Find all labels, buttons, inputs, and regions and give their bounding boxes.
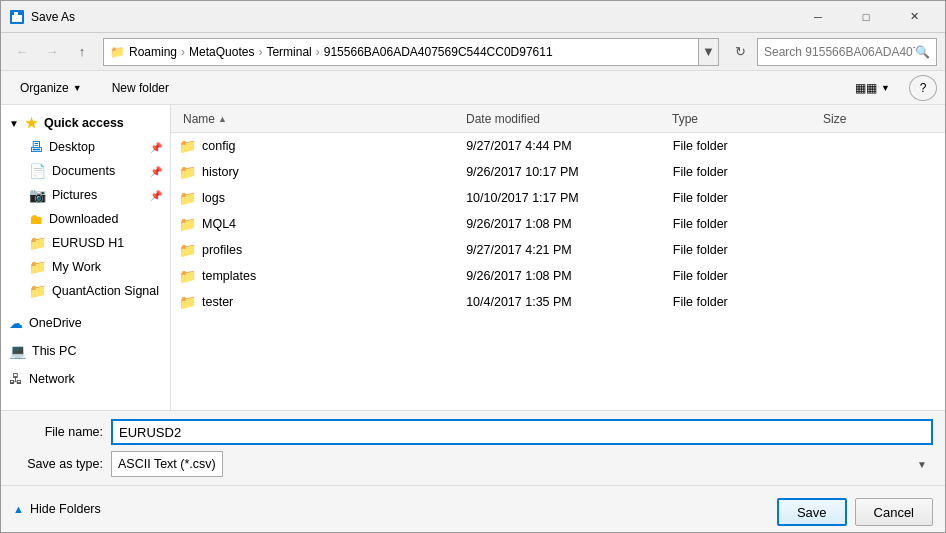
action-buttons: Save Cancel xyxy=(777,498,933,526)
table-row[interactable]: 📁 config 9/27/2017 4:44 PM File folder xyxy=(171,133,945,159)
quick-access-chevron-icon: ▼ xyxy=(9,118,19,129)
filename-input[interactable] xyxy=(111,419,933,445)
sidebar-item-eurusd[interactable]: 📁 EURUSD H1 xyxy=(1,231,170,255)
dialog-title: Save As xyxy=(31,10,795,24)
refresh-button[interactable]: ↻ xyxy=(727,39,753,65)
quantaction-label: QuantAction Signal xyxy=(52,284,159,298)
address-toolbar: ← → ↑ 📁 Roaming › MetaQuotes › Terminal … xyxy=(1,33,945,71)
address-dropdown-btn[interactable]: ▼ xyxy=(698,39,718,65)
desktop-label: Desktop xyxy=(49,140,95,154)
view-button[interactable]: ▦▦ ▼ xyxy=(844,75,901,101)
saveastype-label: Save as type: xyxy=(13,457,103,471)
downloaded-folder-icon: 🖿 xyxy=(29,211,43,227)
search-icon[interactable]: 🔍 xyxy=(915,45,930,59)
breadcrumb-roaming: Roaming xyxy=(129,45,177,59)
col-header-date[interactable]: Date modified xyxy=(462,108,668,130)
filename-label: File name: xyxy=(13,425,103,439)
forward-button[interactable]: → xyxy=(39,39,65,65)
table-row[interactable]: 📁 history 9/26/2017 10:17 PM File folder xyxy=(171,159,945,185)
sidebar-item-onedrive[interactable]: ☁ OneDrive xyxy=(1,311,170,335)
file-type-cell: File folder xyxy=(673,269,822,283)
back-button[interactable]: ← xyxy=(9,39,35,65)
up-button[interactable]: ↑ xyxy=(69,39,95,65)
quick-access-star-icon: ★ xyxy=(25,115,38,131)
view-chevron-icon: ▼ xyxy=(881,83,890,93)
file-type-cell: File folder xyxy=(673,295,822,309)
col-name-label: Name xyxy=(183,112,215,126)
file-date-cell: 9/27/2017 4:44 PM xyxy=(466,139,673,153)
documents-label: Documents xyxy=(52,164,115,178)
col-size-label: Size xyxy=(823,112,846,126)
close-button[interactable]: ✕ xyxy=(891,1,937,33)
sidebar-item-documents[interactable]: 📄 Documents 📌 xyxy=(1,159,170,183)
search-box[interactable]: 🔍 xyxy=(757,38,937,66)
file-date-cell: 9/26/2017 1:08 PM xyxy=(466,217,673,231)
help-button[interactable]: ? xyxy=(909,75,937,101)
organize-chevron-icon: ▼ xyxy=(73,83,82,93)
file-name: profiles xyxy=(202,243,242,257)
quick-access-header[interactable]: ▼ ★ Quick access xyxy=(1,109,170,135)
thispc-label: This PC xyxy=(32,344,76,358)
pictures-label: Pictures xyxy=(52,188,97,202)
col-header-size[interactable]: Size xyxy=(819,108,937,130)
cancel-button[interactable]: Cancel xyxy=(855,498,933,526)
file-type-cell: File folder xyxy=(673,243,822,257)
file-date-cell: 9/26/2017 10:17 PM xyxy=(466,165,673,179)
sidebar-item-network[interactable]: 🖧 Network xyxy=(1,367,170,391)
hide-folders-chevron-icon: ▲ xyxy=(13,503,24,515)
search-input[interactable] xyxy=(764,45,915,59)
save-button[interactable]: Save xyxy=(777,498,847,526)
sidebar-item-downloaded[interactable]: 🖿 Downloaded xyxy=(1,207,170,231)
table-row[interactable]: 📁 profiles 9/27/2017 4:21 PM File folder xyxy=(171,237,945,263)
col-header-type[interactable]: Type xyxy=(668,108,819,130)
minimize-button[interactable]: ─ xyxy=(795,1,841,33)
bottom-form: File name: Save as type: ASCII Text (*.c… xyxy=(1,410,945,485)
breadcrumb: 📁 Roaming › MetaQuotes › Terminal › 9155… xyxy=(104,45,698,59)
file-name: templates xyxy=(202,269,256,283)
address-bar[interactable]: 📁 Roaming › MetaQuotes › Terminal › 9155… xyxy=(103,38,719,66)
file-folder-icon: 📁 xyxy=(179,138,196,154)
hide-folders-toggle[interactable]: ▲ Hide Folders xyxy=(13,502,101,516)
sidebar-item-thispc[interactable]: 💻 This PC xyxy=(1,339,170,363)
downloaded-label: Downloaded xyxy=(49,212,119,226)
sidebar-item-desktop[interactable]: 🖶 Desktop 📌 xyxy=(1,135,170,159)
file-name: history xyxy=(202,165,239,179)
content-area: ▼ ★ Quick access 🖶 Desktop 📌 📄 Documents… xyxy=(1,105,945,410)
col-header-name[interactable]: Name ▲ xyxy=(179,108,462,130)
organize-button[interactable]: Organize ▼ xyxy=(9,75,93,101)
file-folder-icon: 📁 xyxy=(179,164,196,180)
desktop-icon: 🖶 xyxy=(29,139,43,155)
file-name-cell: 📁 MQL4 xyxy=(179,216,466,232)
file-date-cell: 10/4/2017 1:35 PM xyxy=(466,295,673,309)
hide-folders-label: Hide Folders xyxy=(30,502,101,516)
table-row[interactable]: 📁 logs 10/10/2017 1:17 PM File folder xyxy=(171,185,945,211)
filetype-select-wrapper: ASCII Text (*.csv) ▼ xyxy=(111,451,933,477)
file-type-cell: File folder xyxy=(673,139,822,153)
mywork-label: My Work xyxy=(52,260,101,274)
file-folder-icon: 📁 xyxy=(179,216,196,232)
new-folder-button[interactable]: New folder xyxy=(101,75,180,101)
table-row[interactable]: 📁 tester 10/4/2017 1:35 PM File folder xyxy=(171,289,945,315)
filename-row: File name: xyxy=(13,419,933,445)
file-type-cell: File folder xyxy=(673,191,822,205)
table-row[interactable]: 📁 templates 9/26/2017 1:08 PM File folde… xyxy=(171,263,945,289)
main-pane: Name ▲ Date modified Type Size 📁 config xyxy=(171,105,945,410)
filetype-row: Save as type: ASCII Text (*.csv) ▼ xyxy=(13,451,933,477)
eurusd-label: EURUSD H1 xyxy=(52,236,124,250)
file-name: tester xyxy=(202,295,233,309)
breadcrumb-folder-icon: 📁 xyxy=(110,45,125,59)
new-folder-label: New folder xyxy=(112,81,169,95)
sidebar-item-quantaction[interactable]: 📁 QuantAction Signal xyxy=(1,279,170,303)
onedrive-label: OneDrive xyxy=(29,316,82,330)
pictures-pin-icon: 📌 xyxy=(150,190,162,201)
file-name-cell: 📁 logs xyxy=(179,190,466,206)
sidebar-item-pictures[interactable]: 📷 Pictures 📌 xyxy=(1,183,170,207)
svg-rect-2 xyxy=(14,12,18,16)
filetype-select[interactable]: ASCII Text (*.csv) xyxy=(111,451,223,477)
sidebar-item-mywork[interactable]: 📁 My Work xyxy=(1,255,170,279)
file-list-header: Name ▲ Date modified Type Size xyxy=(171,105,945,133)
file-folder-icon: 📁 xyxy=(179,190,196,206)
maximize-button[interactable]: □ xyxy=(843,1,889,33)
table-row[interactable]: 📁 MQL4 9/26/2017 1:08 PM File folder xyxy=(171,211,945,237)
file-name-cell: 📁 profiles xyxy=(179,242,466,258)
